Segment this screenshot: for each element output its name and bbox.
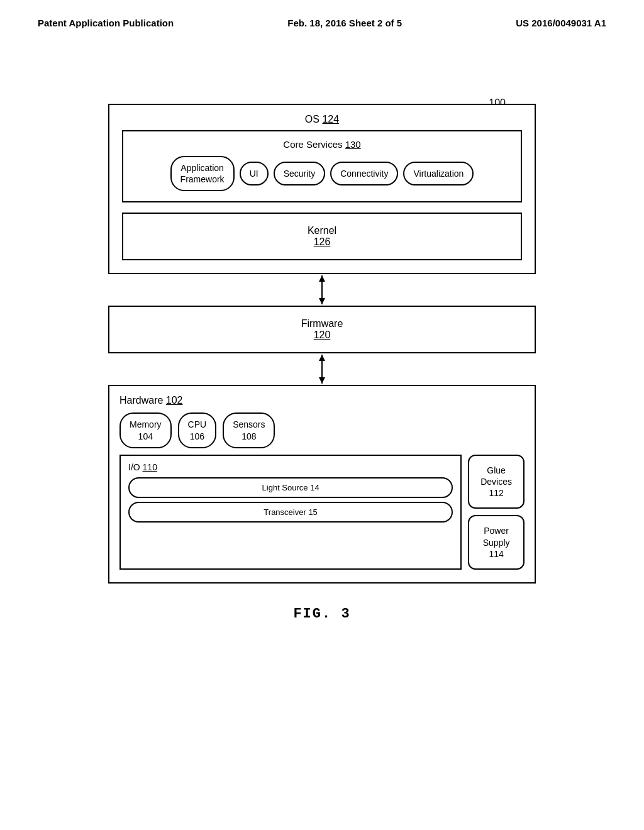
arrow-os-firmware	[108, 274, 536, 306]
pill-transceiver: Transceiver 15	[128, 502, 453, 523]
io-box: I/O 110 Light Source 14 Transceiver 15	[119, 455, 462, 570]
hardware-top-row: Memory 104 CPU 106 Sensors 108	[119, 412, 525, 448]
os-label: OS 124	[122, 114, 522, 125]
io-inner-pills: Light Source 14 Transceiver 15	[128, 477, 453, 523]
pill-glue-devices: Glue Devices 112	[468, 455, 525, 509]
kernel-box: Kernel 126	[122, 213, 522, 260]
pill-virtualization: Virtualization	[403, 162, 474, 185]
core-services-box: Core Services 130 Application Framework …	[122, 130, 522, 202]
arrow-firmware-hardware	[108, 353, 536, 385]
hardware-box: Hardware 102 Memory 104 CPU 106 Sensors …	[108, 385, 536, 584]
core-services-pills: Application Framework UI Security Connec…	[133, 156, 511, 191]
io-label: I/O 110	[128, 462, 453, 472]
diagram: OS 124 Core Services 130 Application Fra…	[108, 104, 536, 584]
pill-connectivity: Connectivity	[330, 162, 398, 185]
fig-label: FIG. 3	[293, 606, 350, 622]
os-box: OS 124 Core Services 130 Application Fra…	[108, 104, 536, 274]
core-services-label: Core Services 130	[133, 139, 511, 150]
svg-marker-3	[319, 298, 325, 304]
page-header: Patent Application Publication Feb. 18, …	[0, 0, 644, 28]
pill-security: Security	[274, 162, 326, 185]
firmware-box: Firmware 120	[108, 306, 536, 353]
hardware-bottom-row: I/O 110 Light Source 14 Transceiver 15 G…	[119, 455, 525, 570]
hardware-right-col: Glue Devices 112 Power Supply 114	[468, 455, 525, 570]
svg-marker-2	[319, 275, 325, 282]
header-middle: Feb. 18, 2016 Sheet 2 of 5	[287, 18, 402, 28]
pill-memory: Memory 104	[119, 412, 172, 448]
pill-sensors: Sensors 108	[223, 412, 275, 448]
pill-application-framework: Application Framework	[170, 156, 235, 191]
pill-ui: UI	[240, 162, 269, 185]
svg-marker-6	[319, 377, 325, 384]
header-right: US 2016/0049031 A1	[516, 18, 606, 28]
pill-light-source: Light Source 14	[128, 477, 453, 498]
hardware-label: Hardware 102	[119, 395, 525, 406]
svg-marker-5	[319, 355, 325, 361]
header-left: Patent Application Publication	[38, 18, 174, 28]
pill-power-supply: Power Supply 114	[468, 515, 525, 570]
main-content: OS 124 Core Services 130 Application Fra…	[0, 28, 644, 622]
pill-cpu: CPU 106	[178, 412, 217, 448]
